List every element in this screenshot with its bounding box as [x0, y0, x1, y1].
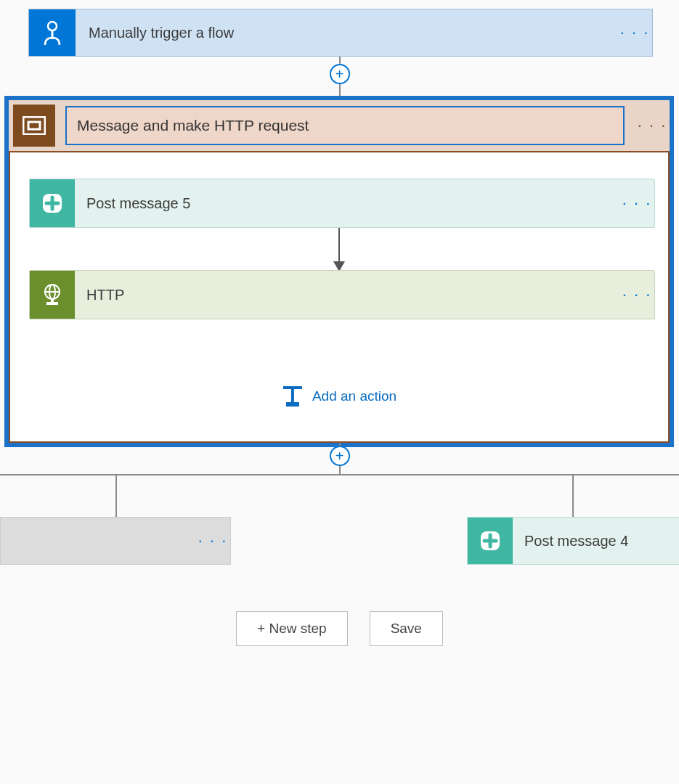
action-post-message[interactable]: Post message 5 · · · — [29, 179, 655, 228]
trigger-title: Manually trigger a flow — [76, 25, 617, 41]
trigger-menu-button[interactable]: · · · — [617, 23, 652, 42]
branch-card-left[interactable]: · · · — [0, 517, 231, 565]
add-step-button[interactable]: + — [330, 446, 350, 466]
flow-connector — [115, 474, 117, 517]
svg-rect-2 — [23, 117, 45, 134]
slack-icon — [30, 179, 75, 227]
add-action-icon — [282, 386, 304, 407]
scope-icon — [13, 105, 55, 147]
branch-connector — [0, 474, 679, 475]
add-step-button[interactable]: + — [330, 64, 350, 84]
flow-connector — [338, 228, 340, 263]
action-menu-button[interactable]: · · · — [619, 194, 654, 213]
svg-rect-11 — [51, 299, 54, 303]
add-action-label: Add an action — [312, 388, 397, 404]
action-menu-button[interactable]: · · · — [619, 285, 654, 304]
action-title: Post message 4 — [513, 533, 628, 550]
add-action-button[interactable]: Add an action — [282, 386, 397, 407]
footer-buttons: + New step Save — [0, 611, 679, 646]
flow-connector — [572, 474, 574, 517]
action-menu-button[interactable]: · · · — [195, 531, 230, 550]
svg-point-0 — [48, 22, 57, 30]
scope-header: · · · — [9, 100, 670, 152]
action-title: Post message 5 — [75, 195, 619, 212]
action-title: HTTP — [75, 287, 619, 303]
trigger-card[interactable]: Manually trigger a flow · · · — [28, 9, 653, 57]
scope-card[interactable]: · · · Post message 5 · · · — [4, 96, 674, 447]
svg-rect-3 — [28, 122, 40, 129]
http-icon — [30, 271, 75, 319]
scope-menu-button[interactable]: · · · — [635, 116, 670, 135]
branch-card-right[interactable]: Post message 4 — [467, 517, 679, 565]
trigger-icon — [29, 9, 76, 56]
new-step-button[interactable]: + New step — [236, 611, 348, 646]
save-button[interactable]: Save — [370, 611, 443, 646]
slack-icon — [468, 518, 513, 564]
scope-title-input[interactable] — [65, 106, 625, 145]
action-http[interactable]: HTTP · · · — [29, 270, 655, 319]
scope-body: Post message 5 · · · HTTP · — [9, 152, 670, 443]
